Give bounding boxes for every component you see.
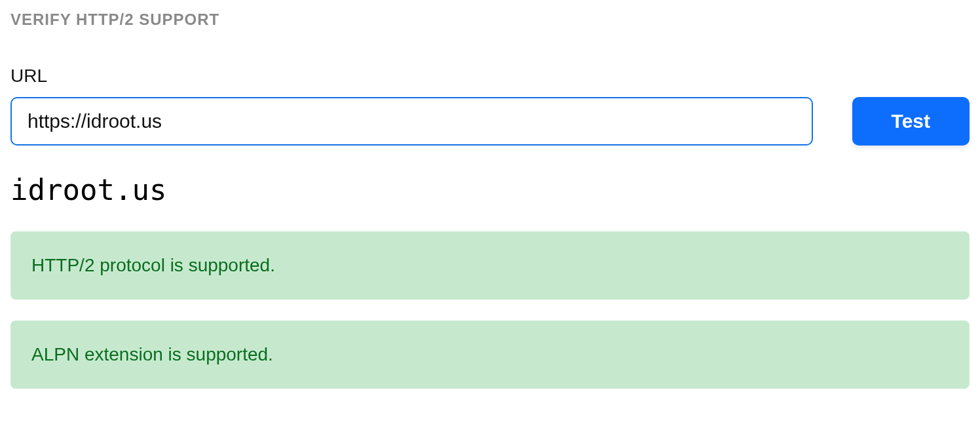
result-box-http2: HTTP/2 protocol is supported. [10, 231, 970, 300]
result-text: HTTP/2 protocol is supported. [31, 255, 949, 276]
url-input[interactable] [10, 97, 813, 146]
input-row: Test [10, 97, 970, 146]
test-button[interactable]: Test [852, 97, 970, 146]
result-domain: idroot.us [10, 173, 970, 206]
url-label: URL [10, 66, 970, 87]
result-box-alpn: ALPN extension is supported. [10, 321, 970, 389]
page-title: VERIFY HTTP/2 SUPPORT [10, 10, 970, 29]
result-text: ALPN extension is supported. [31, 344, 949, 365]
